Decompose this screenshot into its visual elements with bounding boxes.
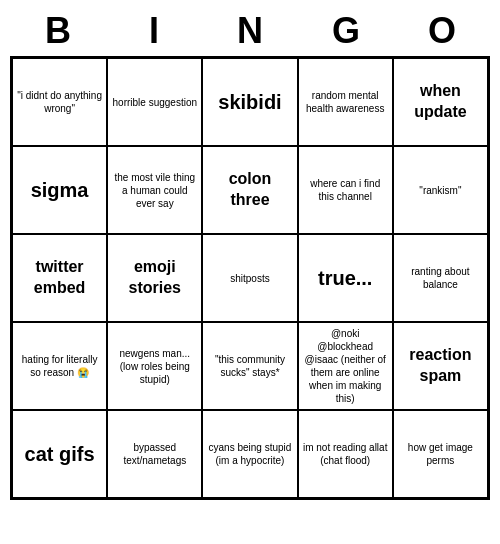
bingo-cell: when update <box>393 58 488 146</box>
letter-i: I <box>110 10 198 52</box>
bingo-cell: reaction spam <box>393 322 488 410</box>
letter-g: G <box>302 10 390 52</box>
bingo-cell: cat gifs <box>12 410 107 498</box>
bingo-title: B I N G O <box>10 10 490 52</box>
bingo-cell: @noki @blockhead @isaac (neither of them… <box>298 322 393 410</box>
bingo-cell: random mental health awareness <box>298 58 393 146</box>
bingo-cell: "rankism" <box>393 146 488 234</box>
bingo-cell: how get image perms <box>393 410 488 498</box>
bingo-cell: im not reading allat (chat flood) <box>298 410 393 498</box>
letter-o: O <box>398 10 486 52</box>
bingo-cell: skibidi <box>202 58 297 146</box>
bingo-cell: "this community sucks" stays* <box>202 322 297 410</box>
bingo-cell: newgens man... (low roles being stupid) <box>107 322 202 410</box>
letter-b: B <box>14 10 102 52</box>
bingo-cell: colon three <box>202 146 297 234</box>
bingo-cell: emoji stories <box>107 234 202 322</box>
bingo-cell: "i didnt do anything wrong" <box>12 58 107 146</box>
bingo-cell: shitposts <box>202 234 297 322</box>
bingo-cell: cyans being stupid (im a hypocrite) <box>202 410 297 498</box>
bingo-cell: where can i find this channel <box>298 146 393 234</box>
bingo-cell: bypassed text/nametags <box>107 410 202 498</box>
bingo-cell: ranting about balance <box>393 234 488 322</box>
bingo-cell: hating for literally so reason 😭 <box>12 322 107 410</box>
bingo-grid: "i didnt do anything wrong"horrible sugg… <box>10 56 490 500</box>
bingo-cell: sigma <box>12 146 107 234</box>
letter-n: N <box>206 10 294 52</box>
bingo-cell: horrible suggestion <box>107 58 202 146</box>
bingo-cell: true... <box>298 234 393 322</box>
bingo-cell: the most vile thing a human could ever s… <box>107 146 202 234</box>
bingo-cell: twitter embed <box>12 234 107 322</box>
